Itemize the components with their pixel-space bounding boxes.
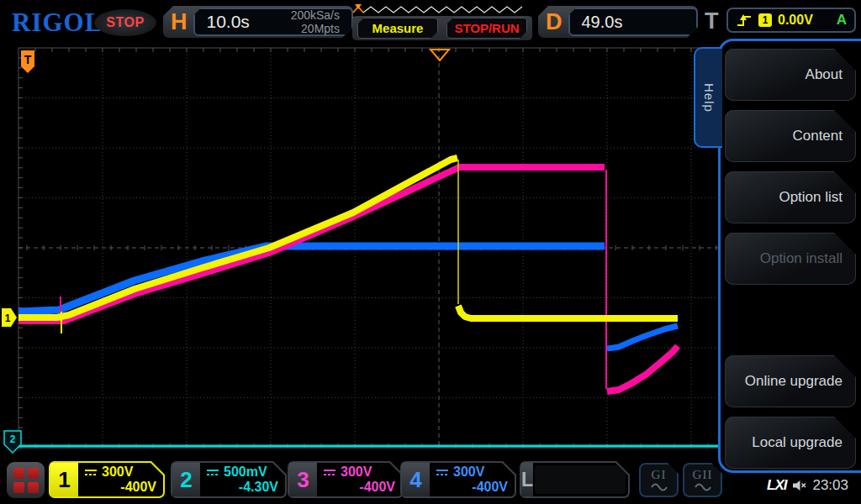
menu-item-content[interactable]: Content <box>725 110 856 162</box>
channel-2-block[interactable]: 2 500mV -4.30V <box>171 461 287 498</box>
menu-item-online-upgrade[interactable]: Online upgrade <box>725 355 856 407</box>
main-menu-button[interactable] <box>7 462 45 498</box>
channel-3-scale: 300V <box>341 465 372 480</box>
channel-4-number: 4 <box>402 463 430 496</box>
channel-2-offset: -4.30V <box>206 480 278 495</box>
menu-item-option-list[interactable]: Option list <box>725 171 856 223</box>
lxi-indicator: LXI <box>767 477 786 494</box>
ch2-level-marker[interactable]: 2 <box>4 431 21 453</box>
ch2-marker-label: 2 <box>10 433 16 445</box>
status-area: LXI 23:03 <box>767 477 856 494</box>
channel-4-block[interactable]: 4 300V -400V <box>400 461 516 498</box>
clock: 23:03 <box>812 477 848 494</box>
channel-3-block[interactable]: 3 300V -400V <box>288 461 404 498</box>
sine-wave-icon <box>694 481 712 491</box>
coupling-dc-icon <box>84 469 98 476</box>
channel-1-offset: -400V <box>84 480 156 495</box>
menu-item-option-install: Option install <box>725 233 856 285</box>
channel-4-scale: 300V <box>453 465 484 480</box>
menu-grid-icon <box>13 468 39 493</box>
channel-4-offset: -400V <box>436 480 508 495</box>
generator-2-label: GII <box>693 469 713 481</box>
channel-1-scale: 300V <box>102 465 133 480</box>
coupling-dc-icon <box>436 469 449 476</box>
coupling-dc-icon <box>323 469 336 476</box>
menu-tab-label: Help <box>702 83 716 113</box>
channel-3-number: 3 <box>289 463 317 496</box>
channel-2-scale: 500mV <box>224 465 267 480</box>
generator-2-button[interactable]: GII <box>683 463 722 497</box>
generator-1-button[interactable]: GI <box>639 463 679 497</box>
coupling-dc-icon <box>206 469 219 476</box>
menu-item-local-upgrade[interactable]: Local upgrade <box>725 417 856 469</box>
menu-tab-help[interactable]: Help <box>694 47 722 148</box>
sine-wave-icon <box>650 481 668 491</box>
speaker-muted-icon[interactable] <box>791 479 807 492</box>
channel-1-block[interactable]: 1 300V -400V <box>49 461 165 498</box>
logic-label: L <box>521 463 533 496</box>
logic-channel-list: 0 1 2 3 4 5 6 7 8 9 1011 12131415 <box>535 465 626 494</box>
logic-channels-block[interactable]: L 0 1 2 3 4 5 6 7 8 9 1011 12131415 <box>520 461 630 498</box>
trigger-marker-label: T <box>24 53 32 66</box>
ch1-level-marker[interactable]: 1 <box>2 308 17 327</box>
ch1-marker-label: 1 <box>5 312 11 324</box>
channel-1-number: 1 <box>50 463 78 496</box>
channel-2-number: 2 <box>172 463 200 496</box>
channel-3-offset: -400V <box>323 480 395 495</box>
menu-item-about[interactable]: About <box>725 49 856 101</box>
generator-1-label: GI <box>652 469 667 481</box>
